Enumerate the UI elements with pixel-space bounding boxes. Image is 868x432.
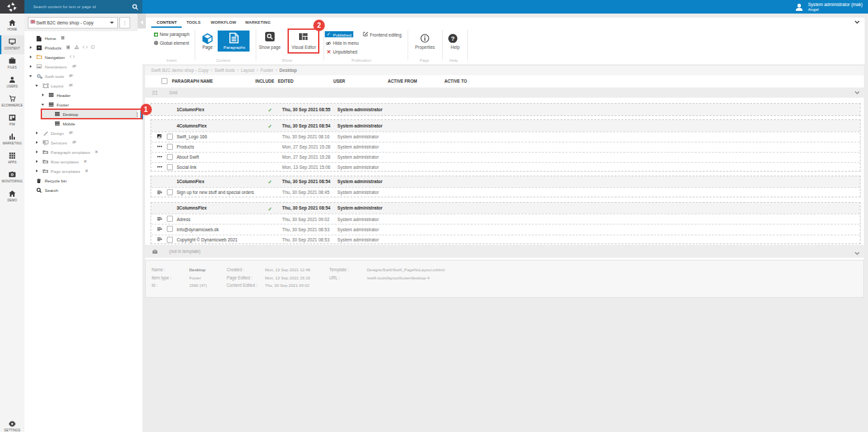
svg-text:?: ? xyxy=(451,35,455,42)
